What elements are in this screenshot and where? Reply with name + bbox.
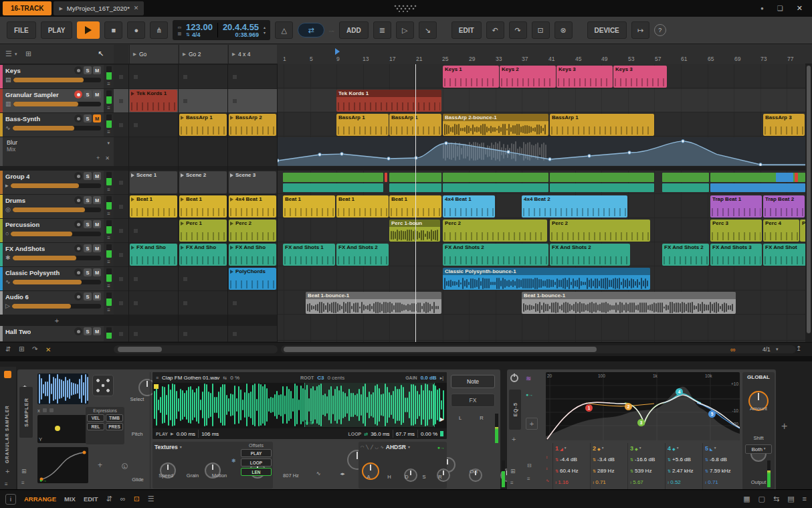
arranger-clip-4x4-beat-2[interactable]: 4x4 Beat 2 — [522, 195, 627, 218]
arranger-clip-beat-1[interactable]: Beat 1 — [283, 195, 335, 218]
monitor-button[interactable] — [74, 114, 82, 122]
env-mod-out-icon[interactable]: ●→ — [437, 445, 445, 450]
eq-band-handle-4[interactable]: 4 — [676, 388, 683, 396]
grain-display[interactable] — [37, 373, 88, 404]
panel-grid-icon[interactable]: ▦ — [743, 495, 750, 503]
playhead[interactable] — [415, 64, 416, 342]
arranger-clip-perc-2[interactable]: Perc 2 — [443, 220, 547, 242]
arranger-clip-fx-shots-4[interactable]: FX And Shot — [763, 244, 805, 266]
sample-waveform-display[interactable]: ≡ Clap FM Gothen 01.wav ⇆ 0 % ROOT C3 0 … — [153, 372, 447, 439]
device-menu-button[interactable]: DEVICE — [587, 21, 627, 39]
clip-play-icon[interactable] — [181, 246, 184, 250]
add-track-button[interactable]: ADD — [339, 21, 369, 39]
device-granular-sampler[interactable]: SAMPLER ⊞ ≡ x Y ●→ Select Expressions VE… — [17, 369, 500, 492]
scene-header-go2[interactable]: ▶Go 2 — [179, 45, 227, 64]
stop-button[interactable]: ■ — [104, 21, 122, 39]
mute-button[interactable]: M — [93, 244, 101, 252]
tempo-value[interactable]: 123.00 — [186, 23, 213, 31]
duplicate-button[interactable]: ⊡ — [532, 21, 550, 39]
solo-button[interactable]: S — [84, 292, 92, 301]
expand-icon[interactable]: ⊟ — [527, 463, 532, 469]
remote-controls-icon[interactable]: ⊞ — [510, 469, 516, 475]
follow-playhead-icon[interactable]: ∞ — [730, 345, 736, 353]
add-track-row[interactable]: + — [0, 315, 114, 325]
sample-start-marker[interactable] — [154, 384, 159, 389]
clip-play-icon[interactable] — [230, 197, 233, 201]
device-eq-5[interactable]: EQ-5 + ⊞ ≡ ≋ ●→ + ⊟ ≡ 20 100 1k — [507, 369, 776, 492]
clip-play-icon[interactable] — [230, 222, 233, 226]
clip-play-icon[interactable] — [131, 246, 134, 250]
io-routing-panel-icon[interactable]: ⇆ — [773, 495, 779, 503]
launcher-clip-scene-3[interactable]: Scene 3 — [229, 171, 276, 193]
launcher-clip-fx-3[interactable]: FX And Sho — [229, 244, 276, 266]
monitor-button[interactable] — [74, 172, 82, 180]
glide-mode-badge[interactable]: L — [122, 463, 128, 469]
monitor-button[interactable] — [74, 327, 82, 335]
arranger-clip-fx-shots-1[interactable]: FX and Shots 1 — [283, 244, 335, 266]
arranger-clip-keys-3b[interactable]: Keys 3 — [613, 66, 667, 88]
arranger-hscrollbar[interactable] — [281, 345, 796, 353]
env-shape-icon[interactable]: ╲ — [366, 445, 369, 449]
solo-button[interactable]: S — [84, 244, 92, 252]
solo-button[interactable]: S — [84, 172, 92, 180]
track-header-group-4[interactable]: Group 4SM ▸ ≡ — [0, 171, 114, 194]
arranger-clip-fx-shots-3[interactable]: FX And Shots 3 — [710, 244, 762, 266]
mute-button[interactable]: M — [93, 66, 101, 74]
arranger-clip-perc-5[interactable]: Perc 5 — [800, 220, 805, 242]
sampler-tab[interactable]: SAMPLER — [19, 387, 33, 438]
xy-pad[interactable]: Y — [37, 415, 88, 443]
launcher-clip-perc-1[interactable]: Perc 1 — [179, 220, 227, 242]
arranger-clip-fx-shots-2[interactable]: FX And Shots 2 — [443, 244, 548, 266]
grid-view-icon[interactable]: ⊞ — [25, 50, 31, 58]
fx-tab[interactable]: FX — [451, 394, 495, 407]
zoom-to-fit-icon[interactable]: ▸| — [440, 375, 443, 380]
scene-play-icon[interactable]: ▶ — [232, 52, 235, 57]
restore-window-icon[interactable]: ❏ — [777, 5, 783, 12]
clip-play-icon[interactable] — [181, 116, 184, 120]
clip-play-icon[interactable] — [230, 116, 233, 120]
solo-button[interactable]: S — [84, 196, 92, 204]
launcher-clip-beat-1[interactable]: Beat 1 — [130, 195, 177, 218]
root-note-value[interactable]: C3 — [317, 375, 324, 381]
track-header-classic-polysynth[interactable]: Classic PolysynthSM ∿ ≡ — [0, 267, 114, 290]
arranger-clip-perc-3[interactable]: Perc 3 — [710, 220, 762, 242]
device-power-button[interactable] — [510, 374, 518, 382]
clip-play-icon[interactable] — [181, 173, 184, 177]
track-menu-icon[interactable]: ≡ — [107, 235, 110, 241]
track-menu-icon[interactable]: ≡ — [107, 129, 110, 135]
monitor-button[interactable] — [74, 292, 82, 301]
scene-header-4x4[interactable]: ▶4 x 4 — [228, 45, 277, 64]
scene-scroll-icon[interactable]: ⇵ — [5, 346, 11, 353]
loop-length-value[interactable]: 67.7 ms — [396, 431, 415, 437]
arranger-clip-perc-2b[interactable]: Perc 2 — [550, 220, 650, 242]
dual-view-icon[interactable]: ⇵ — [106, 495, 112, 503]
mute-button[interactable]: M — [93, 292, 101, 301]
play-start-marker[interactable] — [335, 48, 340, 55]
undo-button[interactable]: ↶ — [486, 21, 504, 39]
tap-tempo-icon[interactable]: ⇅ — [186, 32, 190, 37]
solo-button[interactable]: S — [84, 114, 92, 122]
launcher-clip-beat-1b[interactable]: Beat 1 — [179, 195, 227, 218]
mute-button[interactable]: M — [93, 172, 101, 180]
arranger-clip-fx-shots-2[interactable]: FX And Shots 2 — [662, 244, 709, 266]
arranger-clip-trap-beat-2[interactable]: Trap Beat 2 — [763, 195, 805, 218]
expression-rel-button[interactable]: REL — [87, 423, 104, 430]
track-list-menu-arrow-icon[interactable]: ▾ — [15, 52, 17, 56]
record-button[interactable]: ● — [127, 21, 145, 39]
arranger-clip-perc-1-bounce[interactable]: Perc 1-boun — [389, 220, 440, 242]
mute-button[interactable]: M — [93, 90, 101, 98]
volume-fader[interactable] — [11, 232, 101, 236]
launcher-row-audio-6[interactable] — [114, 291, 278, 315]
launcher-row-keys[interactable] — [114, 65, 278, 88]
band-gain-value[interactable]: ⇅-4.4 dB — [555, 454, 589, 465]
play-start-value[interactable]: 0.00 ms — [177, 431, 195, 437]
eq-band-handle-3[interactable]: 3 — [637, 419, 645, 426]
arranger-clip-beat-bounce-2[interactable]: Beat 1-bounce-1 — [522, 292, 736, 314]
launcher-clip-scene-2[interactable]: Scene 2 — [179, 171, 227, 193]
volume-fader[interactable] — [13, 207, 101, 212]
automation-dropdown-icon[interactable]: ▾ — [107, 141, 110, 145]
arranger-hscrollbar-thumb[interactable] — [284, 347, 597, 352]
env-shape-icon[interactable]: ◡ — [375, 445, 379, 449]
mute-button[interactable]: M — [93, 196, 101, 204]
launcher-row-fx[interactable]: FX and Sho FX And Sho FX And Sho — [114, 243, 278, 266]
